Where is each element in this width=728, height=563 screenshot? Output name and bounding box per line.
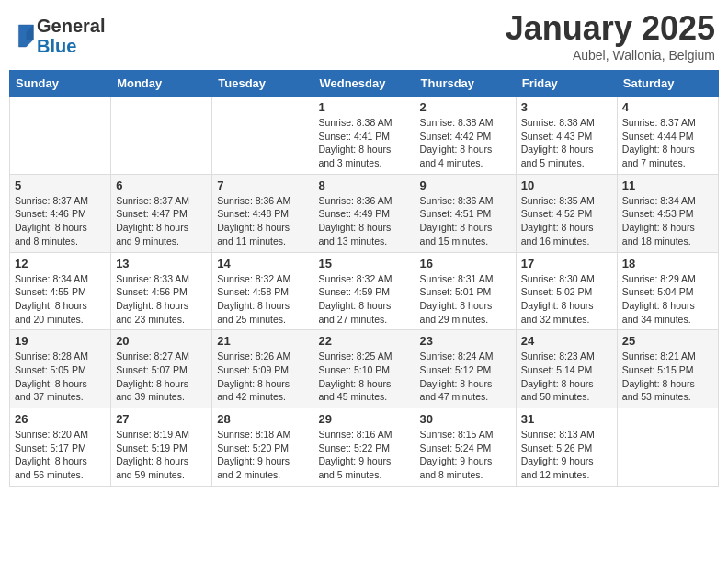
day-number: 20: [116, 334, 207, 348]
title-section: January 2025 Aubel, Wallonia, Belgium: [506, 9, 715, 63]
day-info: Sunrise: 8:36 AMSunset: 4:49 PMDaylight:…: [318, 194, 409, 248]
calendar-cell: 18Sunrise: 8:29 AMSunset: 5:04 PMDayligh…: [617, 252, 718, 330]
calendar-cell: 17Sunrise: 8:30 AMSunset: 5:02 PMDayligh…: [516, 252, 617, 330]
calendar-cell: 12Sunrise: 8:34 AMSunset: 4:55 PMDayligh…: [10, 252, 111, 330]
calendar-cell: 14Sunrise: 8:32 AMSunset: 4:58 PMDayligh…: [212, 252, 313, 330]
calendar-cell: 3Sunrise: 8:38 AMSunset: 4:43 PMDaylight…: [516, 97, 617, 175]
page-header: General Blue January 2025 Aubel, Walloni…: [9, 9, 719, 63]
calendar-cell: 7Sunrise: 8:36 AMSunset: 4:48 PMDaylight…: [212, 174, 313, 252]
calendar-cell: 21Sunrise: 8:26 AMSunset: 5:09 PMDayligh…: [212, 330, 313, 408]
calendar-cell: 2Sunrise: 8:38 AMSunset: 4:42 PMDaylight…: [415, 97, 516, 175]
day-info: Sunrise: 8:35 AMSunset: 4:52 PMDaylight:…: [521, 194, 612, 248]
day-number: 27: [116, 412, 207, 426]
day-info: Sunrise: 8:38 AMSunset: 4:41 PMDaylight:…: [318, 116, 409, 170]
calendar-cell: 11Sunrise: 8:34 AMSunset: 4:53 PMDayligh…: [617, 174, 718, 252]
calendar-header-tuesday: Tuesday: [212, 71, 313, 97]
day-number: 10: [521, 178, 612, 192]
day-info: Sunrise: 8:36 AMSunset: 4:51 PMDaylight:…: [420, 194, 511, 248]
day-number: 22: [318, 334, 409, 348]
day-number: 11: [622, 178, 713, 192]
day-number: 5: [15, 178, 106, 192]
logo-icon: [13, 23, 35, 49]
calendar-cell: 4Sunrise: 8:37 AMSunset: 4:44 PMDaylight…: [617, 97, 718, 175]
day-number: 3: [521, 100, 612, 114]
day-number: 1: [318, 100, 409, 114]
calendar-header-wednesday: Wednesday: [313, 71, 415, 97]
calendar-cell: 24Sunrise: 8:23 AMSunset: 5:14 PMDayligh…: [516, 330, 617, 408]
calendar-cell: 13Sunrise: 8:33 AMSunset: 4:56 PMDayligh…: [111, 252, 212, 330]
calendar-header-row: SundayMondayTuesdayWednesdayThursdayFrid…: [10, 71, 719, 97]
day-info: Sunrise: 8:15 AMSunset: 5:24 PMDaylight:…: [420, 428, 511, 482]
calendar-header-thursday: Thursday: [415, 71, 516, 97]
day-number: 2: [420, 100, 511, 114]
calendar-cell: 23Sunrise: 8:24 AMSunset: 5:12 PMDayligh…: [415, 330, 516, 408]
day-info: Sunrise: 8:24 AMSunset: 5:12 PMDaylight:…: [420, 350, 511, 404]
day-number: 15: [318, 257, 409, 270]
day-number: 12: [15, 257, 106, 270]
calendar-week-row: 1Sunrise: 8:38 AMSunset: 4:41 PMDaylight…: [10, 97, 719, 175]
day-number: 29: [318, 412, 409, 426]
day-info: Sunrise: 8:32 AMSunset: 4:58 PMDaylight:…: [217, 272, 308, 327]
calendar-cell: 16Sunrise: 8:31 AMSunset: 5:01 PMDayligh…: [415, 252, 516, 330]
day-info: Sunrise: 8:25 AMSunset: 5:10 PMDaylight:…: [318, 350, 409, 404]
day-number: 8: [318, 178, 409, 192]
calendar-cell: 20Sunrise: 8:27 AMSunset: 5:07 PMDayligh…: [111, 330, 212, 408]
logo: General Blue: [13, 16, 105, 56]
logo-text: General Blue: [37, 16, 105, 56]
month-title: January 2025: [506, 9, 715, 48]
day-number: 25: [622, 334, 713, 348]
calendar-cell: 29Sunrise: 8:16 AMSunset: 5:22 PMDayligh…: [313, 408, 415, 487]
calendar-cell: 5Sunrise: 8:37 AMSunset: 4:46 PMDaylight…: [10, 174, 111, 252]
day-info: Sunrise: 8:33 AMSunset: 4:56 PMDaylight:…: [116, 272, 207, 327]
day-info: Sunrise: 8:38 AMSunset: 4:42 PMDaylight:…: [420, 116, 511, 170]
day-info: Sunrise: 8:29 AMSunset: 5:04 PMDaylight:…: [622, 272, 713, 327]
calendar-cell: 6Sunrise: 8:37 AMSunset: 4:47 PMDaylight…: [111, 174, 212, 252]
day-info: Sunrise: 8:21 AMSunset: 5:15 PMDaylight:…: [622, 350, 713, 404]
day-info: Sunrise: 8:27 AMSunset: 5:07 PMDaylight:…: [116, 350, 207, 404]
calendar-cell: 1Sunrise: 8:38 AMSunset: 4:41 PMDaylight…: [313, 97, 415, 175]
day-info: Sunrise: 8:37 AMSunset: 4:44 PMDaylight:…: [622, 116, 713, 170]
calendar-week-row: 19Sunrise: 8:28 AMSunset: 5:05 PMDayligh…: [10, 330, 719, 408]
day-number: 26: [15, 412, 106, 426]
day-info: Sunrise: 8:19 AMSunset: 5:19 PMDaylight:…: [116, 428, 207, 482]
day-number: 23: [420, 334, 511, 348]
logo-general-text: General: [37, 16, 105, 36]
calendar-cell: [10, 97, 111, 175]
calendar-cell: 30Sunrise: 8:15 AMSunset: 5:24 PMDayligh…: [415, 408, 516, 487]
calendar-week-row: 12Sunrise: 8:34 AMSunset: 4:55 PMDayligh…: [10, 252, 719, 330]
calendar-cell: 22Sunrise: 8:25 AMSunset: 5:10 PMDayligh…: [313, 330, 415, 408]
calendar-cell: 28Sunrise: 8:18 AMSunset: 5:20 PMDayligh…: [212, 408, 313, 487]
calendar-cell: [212, 97, 313, 175]
calendar-cell: 15Sunrise: 8:32 AMSunset: 4:59 PMDayligh…: [313, 252, 415, 330]
calendar-cell: 9Sunrise: 8:36 AMSunset: 4:51 PMDaylight…: [415, 174, 516, 252]
day-number: 16: [420, 257, 511, 270]
calendar-header-friday: Friday: [516, 71, 617, 97]
calendar-cell: 27Sunrise: 8:19 AMSunset: 5:19 PMDayligh…: [111, 408, 212, 487]
day-number: 9: [420, 178, 511, 192]
day-number: 18: [622, 257, 713, 270]
day-number: 24: [521, 334, 612, 348]
day-number: 17: [521, 257, 612, 270]
day-info: Sunrise: 8:34 AMSunset: 4:53 PMDaylight:…: [622, 194, 713, 248]
day-info: Sunrise: 8:30 AMSunset: 5:02 PMDaylight:…: [521, 272, 612, 327]
day-info: Sunrise: 8:31 AMSunset: 5:01 PMDaylight:…: [420, 272, 511, 327]
calendar-cell: [111, 97, 212, 175]
day-number: 28: [217, 412, 308, 426]
calendar-cell: 25Sunrise: 8:21 AMSunset: 5:15 PMDayligh…: [617, 330, 718, 408]
day-number: 21: [217, 334, 308, 348]
day-number: 30: [420, 412, 511, 426]
calendar-header-saturday: Saturday: [617, 71, 718, 97]
day-number: 13: [116, 257, 207, 270]
day-info: Sunrise: 8:23 AMSunset: 5:14 PMDaylight:…: [521, 350, 612, 404]
day-number: 4: [622, 100, 713, 114]
day-number: 19: [15, 334, 106, 348]
calendar-cell: [617, 408, 718, 487]
location-text: Aubel, Wallonia, Belgium: [506, 48, 715, 63]
calendar-cell: 19Sunrise: 8:28 AMSunset: 5:05 PMDayligh…: [10, 330, 111, 408]
day-number: 14: [217, 257, 308, 270]
calendar-cell: 8Sunrise: 8:36 AMSunset: 4:49 PMDaylight…: [313, 174, 415, 252]
day-number: 6: [116, 178, 207, 192]
day-number: 7: [217, 178, 308, 192]
day-info: Sunrise: 8:37 AMSunset: 4:47 PMDaylight:…: [116, 194, 207, 248]
calendar-cell: 31Sunrise: 8:13 AMSunset: 5:26 PMDayligh…: [516, 408, 617, 487]
